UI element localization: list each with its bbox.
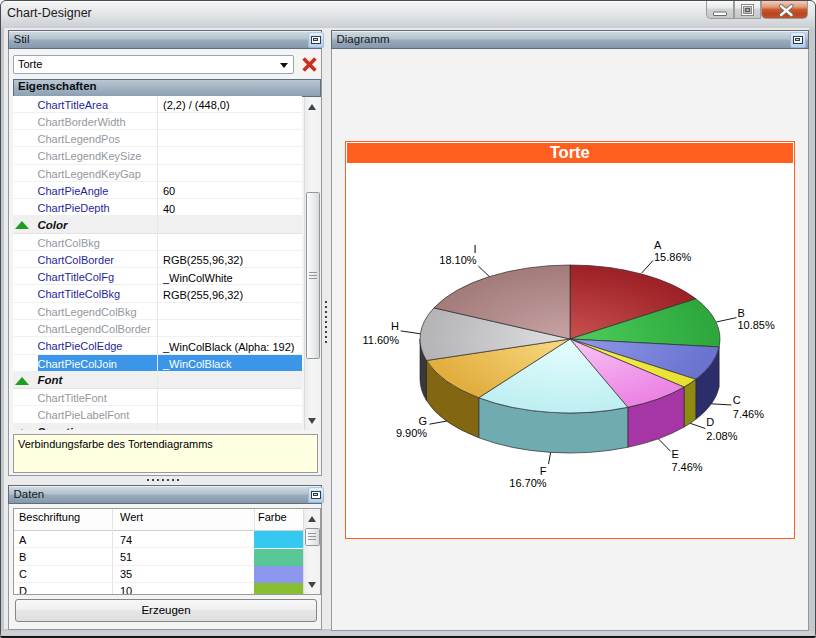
svg-text:F: F [540, 465, 547, 477]
svg-text:7.46%: 7.46% [671, 461, 702, 473]
svg-text:15.86%: 15.86% [654, 251, 692, 263]
svg-text:D: D [706, 416, 714, 428]
svg-text:H: H [391, 320, 399, 332]
svg-text:E: E [671, 448, 678, 460]
svg-text:9.90%: 9.90% [396, 427, 427, 439]
svg-text:A: A [654, 239, 662, 251]
svg-text:C: C [733, 394, 741, 406]
svg-text:18.10%: 18.10% [439, 254, 477, 266]
svg-text:16.70%: 16.70% [509, 477, 547, 489]
svg-text:11.60%: 11.60% [363, 334, 400, 346]
svg-text:10.85%: 10.85% [737, 319, 775, 331]
svg-text:2.08%: 2.08% [706, 430, 737, 442]
svg-text:7.46%: 7.46% [733, 408, 764, 420]
svg-text:B: B [737, 307, 744, 319]
svg-text:G: G [419, 415, 428, 427]
